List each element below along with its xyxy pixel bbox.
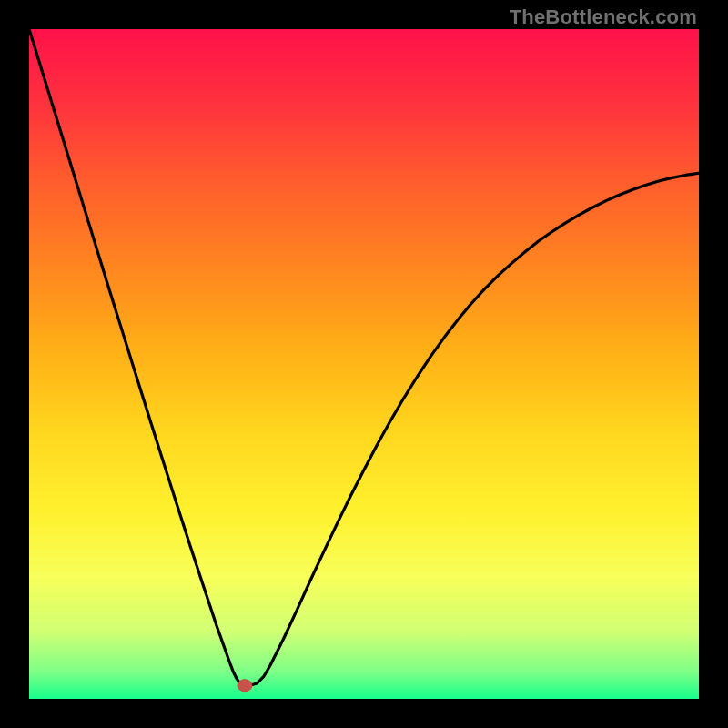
watermark-text: TheBottleneck.com: [510, 5, 697, 29]
chart-frame: [29, 29, 699, 699]
bottleneck-chart: [29, 29, 699, 699]
optimum-marker: [238, 680, 252, 692]
gradient-background: [29, 29, 699, 699]
